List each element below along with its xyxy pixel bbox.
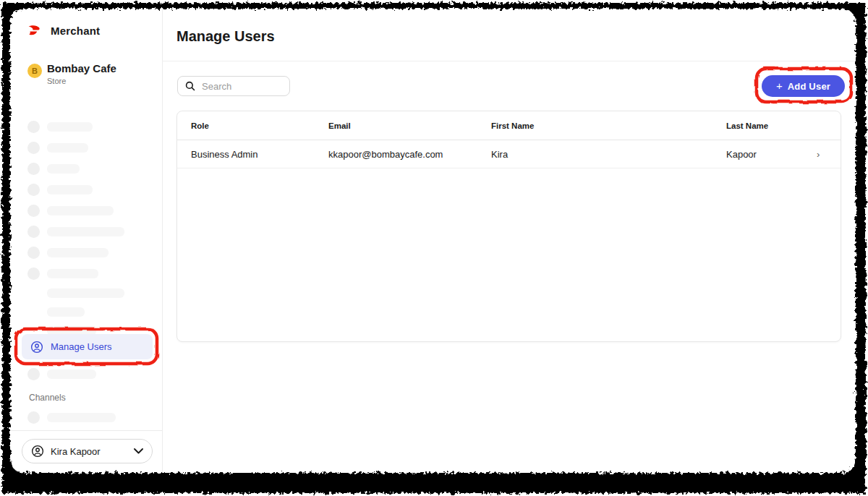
main-content: Manage Users + Add User Role Email [162, 9, 856, 473]
skeleton-item [47, 306, 124, 318]
plus-icon: + [776, 80, 783, 91]
sidebar-skeleton-subnav [47, 287, 124, 337]
skeleton-item [27, 368, 96, 380]
sidebar-item-label: Manage Users [51, 341, 112, 352]
app-window: Merchant B Bombay Cafe Store [0, 0, 868, 496]
search-icon [185, 81, 195, 91]
store-name: Bombay Cafe [47, 62, 116, 75]
sidebar-item-manage-users[interactable]: Manage Users [22, 334, 153, 359]
skeleton-bar [47, 307, 85, 317]
skeleton-item [27, 226, 124, 238]
merchant-portal: Merchant B Bombay Cafe Store [10, 9, 856, 473]
table-row[interactable]: Business Admin kkapoor@bombaycafe.com Ki… [177, 140, 841, 168]
doordash-logo-icon [27, 25, 45, 37]
skeleton-circle [27, 411, 40, 424]
skeleton-item [27, 247, 124, 259]
cell-first-name: Kira [491, 140, 508, 168]
page-title: Manage Users [176, 28, 275, 45]
skeleton-circle [27, 205, 40, 217]
skeleton-circle [27, 142, 40, 154]
skeleton-bar [47, 369, 96, 379]
skeleton-item [27, 205, 124, 217]
channels-section-label: Channels [29, 393, 66, 403]
skeleton-bar [47, 143, 88, 153]
skeleton-item [47, 287, 124, 299]
sidebar: Merchant B Bombay Cafe Store [10, 9, 163, 473]
user-menu-button[interactable]: Kira Kapoor [22, 439, 153, 463]
skeleton-circle [27, 163, 40, 175]
skeleton-item [27, 184, 124, 196]
store-type-label: Store [47, 77, 116, 85]
chevron-down-icon [134, 448, 143, 454]
sidebar-skeleton-nav [27, 121, 124, 280]
search-input[interactable] [200, 80, 282, 93]
header-divider [162, 61, 856, 61]
skeleton-bar [47, 413, 116, 422]
brand: Merchant [27, 25, 100, 37]
table-header-row: Role Email First Name Last Name [177, 111, 841, 140]
column-header-email: Email [328, 111, 351, 140]
store-selector[interactable]: B Bombay Cafe Store [27, 62, 116, 85]
user-name: Kira Kapoor [51, 446, 127, 457]
skeleton-item [27, 142, 124, 154]
cell-email: kkapoor@bombaycafe.com [328, 140, 443, 168]
users-table: Role Email First Name Last Name Business… [176, 111, 841, 342]
column-header-last-name: Last Name [726, 111, 768, 140]
skeleton-item [27, 121, 124, 133]
skeleton-circle [27, 121, 40, 133]
skeleton-bar [47, 122, 93, 132]
sidebar-footer: Kira Kapoor [10, 430, 162, 473]
brand-name: Merchant [51, 25, 100, 37]
skeleton-circle [27, 226, 40, 238]
skeleton-bar [47, 248, 109, 257]
skeleton-item [27, 411, 116, 424]
column-header-role: Role [191, 111, 209, 140]
add-user-button[interactable]: + Add User [762, 75, 845, 97]
skeleton-bar [47, 269, 98, 278]
skeleton-item [27, 268, 124, 280]
chevron-right-icon: › [817, 140, 820, 168]
skeleton-bar [47, 185, 93, 194]
column-header-first-name: First Name [491, 111, 534, 140]
user-circle-icon [31, 445, 44, 458]
skeleton-circle [27, 268, 40, 280]
search-box [177, 76, 290, 96]
channels-skeleton-item [27, 411, 116, 424]
skeleton-bar [47, 288, 124, 298]
skeleton-bar [47, 227, 124, 236]
skeleton-circle [27, 368, 40, 380]
sidebar-skeleton-item [27, 368, 96, 380]
skeleton-item [27, 163, 124, 175]
skeleton-bar [47, 164, 80, 174]
user-circle-icon [30, 341, 43, 354]
skeleton-circle [27, 184, 40, 196]
skeleton-circle [27, 247, 40, 259]
skeleton-bar [47, 206, 114, 215]
store-avatar: B [27, 64, 42, 78]
cell-last-name: Kapoor [726, 140, 757, 168]
cell-role: Business Admin [191, 140, 258, 168]
